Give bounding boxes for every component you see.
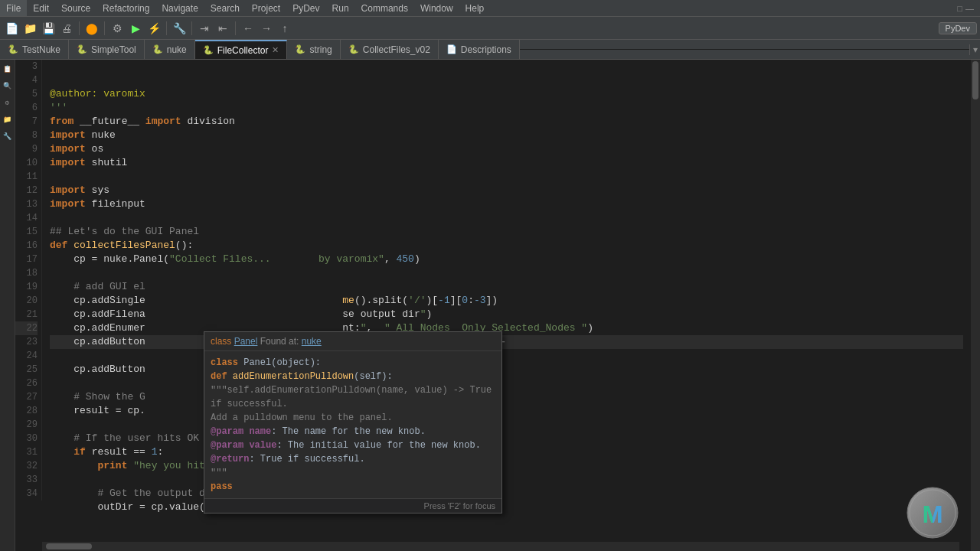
menu-navigate[interactable]: Navigate xyxy=(155,0,204,16)
tab-label-descriptions: Descriptions xyxy=(461,44,511,55)
tab-simpletool[interactable]: 🐍 SimpleTool xyxy=(69,40,145,59)
code-line-9: import shutil xyxy=(50,157,127,168)
toolbar-back-btn[interactable]: ← xyxy=(240,20,256,37)
menu-bar: File Edit Source Refactoring Navigate Se… xyxy=(0,0,980,17)
code-line-28: # If the user hits OK xyxy=(50,432,199,444)
tooltip-class-keyword: class xyxy=(211,336,234,347)
tab-filecollector[interactable]: 🐍 FileCollector ✕ xyxy=(195,40,288,59)
menu-run[interactable]: Run xyxy=(326,0,355,16)
code-line-18: # add GUI el xyxy=(50,281,145,292)
tab-label-simpletool: SimpleTool xyxy=(91,44,136,55)
toolbar-sep5 xyxy=(235,21,236,35)
gutter-icon-4[interactable]: 📁 xyxy=(2,113,14,126)
toolbar-circle-btn[interactable]: ⬤ xyxy=(83,20,100,37)
tooltip-class-def: class Panel(object): xyxy=(211,356,495,370)
tab-icon-string: 🐍 xyxy=(295,44,305,54)
vertical-scrollbar[interactable] xyxy=(971,60,980,551)
tab-label-filecollector: FileCollector xyxy=(217,45,269,56)
tooltip-found-link[interactable]: nuke xyxy=(302,336,322,347)
toolbar-sep3 xyxy=(166,21,167,35)
code-line-8: import os xyxy=(50,143,103,155)
gutter-icon-5[interactable]: 🔧 xyxy=(2,130,14,142)
vscroll-thumb[interactable] xyxy=(972,61,978,99)
code-line-25: # Show the G xyxy=(50,391,145,403)
svg-text:M: M xyxy=(923,500,943,528)
toolbar-debug-btn[interactable]: ⚙ xyxy=(109,20,126,37)
tooltip-footer: Press 'F2' for focus xyxy=(204,498,501,513)
tab-testnuke[interactable]: 🐍 TestNuke xyxy=(0,40,69,59)
tab-close-filecollector[interactable]: ✕ xyxy=(272,45,279,55)
tab-string[interactable]: 🐍 string xyxy=(287,40,340,59)
menu-commands[interactable]: Commands xyxy=(355,0,414,16)
code-line-11: import sys xyxy=(50,184,109,196)
tab-collectfiles[interactable]: 🐍 CollectFiles_v02 xyxy=(341,40,439,59)
code-line-6: from __future__ import division xyxy=(50,116,235,127)
menu-search[interactable]: Search xyxy=(204,0,246,16)
horizontal-scrollbar[interactable] xyxy=(42,542,959,551)
tooltip-param1: @param name: The name for the new knob. xyxy=(211,425,495,439)
menu-source[interactable]: Source xyxy=(55,0,96,16)
toolbar-new-btn[interactable]: 📄 xyxy=(3,20,20,37)
tooltip-method-def: def addEnumerationPulldown(self): xyxy=(211,370,495,383)
toolbar-fwd-btn[interactable]: → xyxy=(258,20,275,37)
tab-collapse-btn[interactable]: ▾ xyxy=(969,44,980,55)
menu-project[interactable]: Project xyxy=(246,0,286,16)
tab-icon-nuke: 🐍 xyxy=(152,44,163,54)
logo: M M M xyxy=(906,486,959,540)
tab-spacer xyxy=(520,49,969,50)
code-line-22: cp.addButton xyxy=(50,335,963,349)
toolbar-unindent-btn[interactable]: ⇤ xyxy=(214,20,231,37)
tooltip-found-at: Found at: xyxy=(257,336,301,347)
editor-area: 3 4 5 6 7 8 9 10 11 12 13 14 15 16 17 18… xyxy=(15,60,971,551)
toolbar-sep2 xyxy=(104,21,105,35)
tab-icon-descriptions: 📄 xyxy=(446,44,457,54)
tooltip-header: class Panel Found at: nuke xyxy=(204,332,501,351)
tab-descriptions[interactable]: 📄 Descriptions xyxy=(439,40,520,59)
code-line-29: if result == 1: xyxy=(50,446,163,458)
tab-label-testnuke: TestNuke xyxy=(22,44,60,55)
tab-label-string: string xyxy=(309,44,332,55)
tooltip-pass: pass xyxy=(211,480,495,494)
tab-icon-simpletool: 🐍 xyxy=(77,44,87,54)
menu-pydev[interactable]: PyDev xyxy=(286,0,325,16)
toolbar-print-btn[interactable]: 🖨 xyxy=(58,20,75,37)
hscroll-thumb[interactable] xyxy=(46,543,92,549)
line-numbers: 3 4 5 6 7 8 9 10 11 12 13 14 15 16 17 18… xyxy=(15,60,42,500)
tab-icon-filecollector: 🐍 xyxy=(203,45,214,55)
code-line-23: cp.addButton xyxy=(50,364,145,375)
tab-icon-collectfiles: 🐍 xyxy=(348,44,359,54)
menu-edit[interactable]: Edit xyxy=(27,0,55,16)
code-line-16: cp = nuke.Panel("Collect Files... by var… xyxy=(50,253,420,265)
tooltip-docstring-2: Add a pulldown menu to the panel. xyxy=(211,411,495,425)
menu-file[interactable]: File xyxy=(0,0,27,16)
toolbar-sep4 xyxy=(191,21,192,35)
toolbar-indent-btn[interactable]: ⇥ xyxy=(196,20,213,37)
gutter-icon-3[interactable]: ⚙ xyxy=(2,96,14,109)
toolbar-run2-btn[interactable]: ⚡ xyxy=(145,20,162,37)
gutter-icon-2[interactable]: 🔍 xyxy=(2,80,14,92)
tab-icon-testnuke: 🐍 xyxy=(8,44,18,54)
toolbar-run-btn[interactable]: ▶ xyxy=(127,20,144,37)
toolbar-up-btn[interactable]: ↑ xyxy=(276,20,293,37)
menu-refactoring[interactable]: Refactoring xyxy=(96,0,155,16)
gutter-icon-1[interactable]: 📋 xyxy=(2,63,14,75)
tooltip-class-name[interactable]: Panel xyxy=(234,336,258,347)
tooltip-body: class Panel(object): def addEnumerationP… xyxy=(204,351,501,498)
toolbar-open-btn[interactable]: 📁 xyxy=(21,20,38,37)
tab-label-collectfiles: CollectFiles_v02 xyxy=(363,44,430,55)
code-editor[interactable]: @author: varomix ''' from __future__ imp… xyxy=(42,60,971,542)
left-gutter: 📋 🔍 ⚙ 📁 🔧 xyxy=(0,60,15,551)
code-line-19: cp.addSingle me().split('/')[-1][0:-3]) xyxy=(50,295,498,306)
tab-nuke[interactable]: 🐍 nuke xyxy=(145,40,195,59)
code-line-4: @author: varomix xyxy=(50,88,145,99)
toolbar-sep1 xyxy=(79,21,80,35)
code-line-7: import nuke xyxy=(50,129,116,141)
tooltip-docstring-end: """ xyxy=(211,466,495,480)
tooltip-return: @return: True if successful. xyxy=(211,452,495,466)
code-line-20: cp.addFilena se output dir") xyxy=(50,308,432,320)
menu-help[interactable]: Help xyxy=(459,0,491,16)
menu-window[interactable]: Window xyxy=(414,0,459,16)
tab-label-nuke: nuke xyxy=(167,44,187,55)
toolbar-save-btn[interactable]: 💾 xyxy=(40,20,57,37)
toolbar-refactor-btn[interactable]: 🔧 xyxy=(171,20,188,37)
